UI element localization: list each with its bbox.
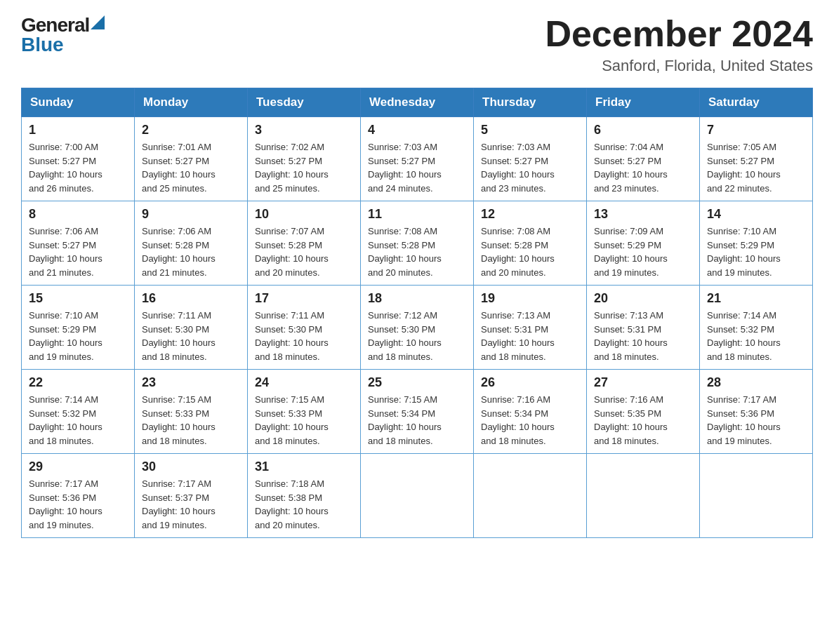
day-info: Sunrise: 7:06 AMSunset: 5:27 PMDaylight:… (29, 226, 102, 278)
day-info: Sunrise: 7:08 AMSunset: 5:28 PMDaylight:… (481, 226, 555, 278)
day-info: Sunrise: 7:15 AMSunset: 5:34 PMDaylight:… (368, 394, 442, 446)
calendar-day-cell: 9 Sunrise: 7:06 AMSunset: 5:28 PMDayligh… (135, 201, 248, 286)
day-number: 26 (481, 375, 579, 390)
calendar-table: SundayMondayTuesdayWednesdayThursdayFrid… (21, 88, 813, 538)
day-number: 16 (142, 291, 240, 306)
day-info: Sunrise: 7:14 AMSunset: 5:32 PMDaylight:… (29, 394, 102, 446)
day-info: Sunrise: 7:17 AMSunset: 5:36 PMDaylight:… (707, 394, 781, 446)
day-number: 20 (594, 291, 692, 306)
calendar-day-cell: 5 Sunrise: 7:03 AMSunset: 5:27 PMDayligh… (474, 117, 587, 201)
day-info: Sunrise: 7:02 AMSunset: 5:27 PMDaylight:… (255, 142, 329, 194)
calendar-day-cell: 19 Sunrise: 7:13 AMSunset: 5:31 PMDaylig… (474, 286, 587, 370)
day-number: 11 (368, 207, 466, 222)
calendar-header-row: SundayMondayTuesdayWednesdayThursdayFrid… (22, 88, 813, 117)
day-number: 1 (29, 123, 127, 137)
calendar-day-cell: 10 Sunrise: 7:07 AMSunset: 5:28 PMDaylig… (248, 201, 361, 286)
day-info: Sunrise: 7:06 AMSunset: 5:28 PMDaylight:… (142, 226, 216, 278)
location-subtitle: Sanford, Florida, United States (545, 57, 813, 75)
day-info: Sunrise: 7:05 AMSunset: 5:27 PMDaylight:… (707, 142, 781, 194)
calendar-day-cell (587, 454, 700, 538)
day-number: 29 (29, 459, 127, 474)
calendar-week-row: 15 Sunrise: 7:10 AMSunset: 5:29 PMDaylig… (22, 286, 813, 370)
calendar-week-row: 1 Sunrise: 7:00 AMSunset: 5:27 PMDayligh… (22, 117, 813, 201)
day-info: Sunrise: 7:09 AMSunset: 5:29 PMDaylight:… (594, 226, 668, 278)
day-info: Sunrise: 7:18 AMSunset: 5:38 PMDaylight:… (255, 478, 329, 530)
calendar-day-cell (361, 454, 474, 538)
calendar-day-cell: 8 Sunrise: 7:06 AMSunset: 5:27 PMDayligh… (22, 201, 135, 286)
day-number: 4 (368, 123, 466, 137)
day-number: 6 (594, 123, 692, 137)
calendar-day-cell: 3 Sunrise: 7:02 AMSunset: 5:27 PMDayligh… (248, 117, 361, 201)
day-number: 24 (255, 375, 353, 390)
day-info: Sunrise: 7:10 AMSunset: 5:29 PMDaylight:… (29, 310, 102, 362)
day-number: 18 (368, 291, 466, 306)
logo-triangle-icon (91, 15, 105, 29)
day-number: 25 (368, 375, 466, 390)
calendar-day-cell: 23 Sunrise: 7:15 AMSunset: 5:33 PMDaylig… (135, 370, 248, 454)
day-number: 13 (594, 207, 692, 222)
day-info: Sunrise: 7:15 AMSunset: 5:33 PMDaylight:… (255, 394, 329, 446)
calendar-day-cell: 25 Sunrise: 7:15 AMSunset: 5:34 PMDaylig… (361, 370, 474, 454)
day-number: 17 (255, 291, 353, 306)
calendar-day-cell: 18 Sunrise: 7:12 AMSunset: 5:30 PMDaylig… (361, 286, 474, 370)
calendar-day-cell: 13 Sunrise: 7:09 AMSunset: 5:29 PMDaylig… (587, 201, 700, 286)
day-number: 12 (481, 207, 579, 222)
day-header-saturday: Saturday (700, 88, 813, 117)
day-header-wednesday: Wednesday (361, 88, 474, 117)
calendar-week-row: 8 Sunrise: 7:06 AMSunset: 5:27 PMDayligh… (22, 201, 813, 286)
logo: General Blue (21, 14, 105, 56)
calendar-day-cell: 29 Sunrise: 7:17 AMSunset: 5:36 PMDaylig… (22, 454, 135, 538)
day-number: 23 (142, 375, 240, 390)
day-number: 5 (481, 123, 579, 137)
day-info: Sunrise: 7:04 AMSunset: 5:27 PMDaylight:… (594, 142, 668, 194)
day-number: 10 (255, 207, 353, 222)
calendar-day-cell: 28 Sunrise: 7:17 AMSunset: 5:36 PMDaylig… (700, 370, 813, 454)
calendar-week-row: 29 Sunrise: 7:17 AMSunset: 5:36 PMDaylig… (22, 454, 813, 538)
day-info: Sunrise: 7:17 AMSunset: 5:37 PMDaylight:… (142, 478, 216, 530)
day-info: Sunrise: 7:01 AMSunset: 5:27 PMDaylight:… (142, 142, 216, 194)
day-info: Sunrise: 7:11 AMSunset: 5:30 PMDaylight:… (142, 310, 216, 362)
day-number: 21 (707, 291, 805, 306)
calendar-day-cell: 14 Sunrise: 7:10 AMSunset: 5:29 PMDaylig… (700, 201, 813, 286)
day-number: 8 (29, 207, 127, 222)
day-header-tuesday: Tuesday (248, 88, 361, 117)
calendar-day-cell: 17 Sunrise: 7:11 AMSunset: 5:30 PMDaylig… (248, 286, 361, 370)
calendar-day-cell (474, 454, 587, 538)
calendar-day-cell: 15 Sunrise: 7:10 AMSunset: 5:29 PMDaylig… (22, 286, 135, 370)
day-number: 15 (29, 291, 127, 306)
day-info: Sunrise: 7:13 AMSunset: 5:31 PMDaylight:… (481, 310, 555, 362)
day-number: 9 (142, 207, 240, 222)
day-number: 27 (594, 375, 692, 390)
day-info: Sunrise: 7:10 AMSunset: 5:29 PMDaylight:… (707, 226, 781, 278)
calendar-day-cell: 31 Sunrise: 7:18 AMSunset: 5:38 PMDaylig… (248, 454, 361, 538)
day-info: Sunrise: 7:13 AMSunset: 5:31 PMDaylight:… (594, 310, 668, 362)
calendar-day-cell: 1 Sunrise: 7:00 AMSunset: 5:27 PMDayligh… (22, 117, 135, 201)
calendar-day-cell: 24 Sunrise: 7:15 AMSunset: 5:33 PMDaylig… (248, 370, 361, 454)
day-info: Sunrise: 7:15 AMSunset: 5:33 PMDaylight:… (142, 394, 216, 446)
day-header-thursday: Thursday (474, 88, 587, 117)
calendar-day-cell: 26 Sunrise: 7:16 AMSunset: 5:34 PMDaylig… (474, 370, 587, 454)
day-number: 30 (142, 459, 240, 474)
calendar-day-cell: 4 Sunrise: 7:03 AMSunset: 5:27 PMDayligh… (361, 117, 474, 201)
calendar-day-cell: 21 Sunrise: 7:14 AMSunset: 5:32 PMDaylig… (700, 286, 813, 370)
calendar-day-cell: 22 Sunrise: 7:14 AMSunset: 5:32 PMDaylig… (22, 370, 135, 454)
day-info: Sunrise: 7:00 AMSunset: 5:27 PMDaylight:… (29, 142, 102, 194)
calendar-day-cell: 7 Sunrise: 7:05 AMSunset: 5:27 PMDayligh… (700, 117, 813, 201)
day-info: Sunrise: 7:11 AMSunset: 5:30 PMDaylight:… (255, 310, 329, 362)
day-number: 14 (707, 207, 805, 222)
calendar-day-cell (700, 454, 813, 538)
month-title: December 2024 (545, 14, 813, 54)
day-info: Sunrise: 7:07 AMSunset: 5:28 PMDaylight:… (255, 226, 329, 278)
day-info: Sunrise: 7:17 AMSunset: 5:36 PMDaylight:… (29, 478, 102, 530)
calendar-day-cell: 2 Sunrise: 7:01 AMSunset: 5:27 PMDayligh… (135, 117, 248, 201)
calendar-day-cell: 16 Sunrise: 7:11 AMSunset: 5:30 PMDaylig… (135, 286, 248, 370)
page-header: General Blue December 2024 Sanford, Flor… (21, 14, 813, 75)
day-info: Sunrise: 7:03 AMSunset: 5:27 PMDaylight:… (368, 142, 442, 194)
calendar-day-cell: 12 Sunrise: 7:08 AMSunset: 5:28 PMDaylig… (474, 201, 587, 286)
calendar-day-cell: 20 Sunrise: 7:13 AMSunset: 5:31 PMDaylig… (587, 286, 700, 370)
day-number: 3 (255, 123, 353, 137)
day-header-sunday: Sunday (22, 88, 135, 117)
day-number: 28 (707, 375, 805, 390)
day-header-monday: Monday (135, 88, 248, 117)
day-info: Sunrise: 7:16 AMSunset: 5:35 PMDaylight:… (594, 394, 668, 446)
